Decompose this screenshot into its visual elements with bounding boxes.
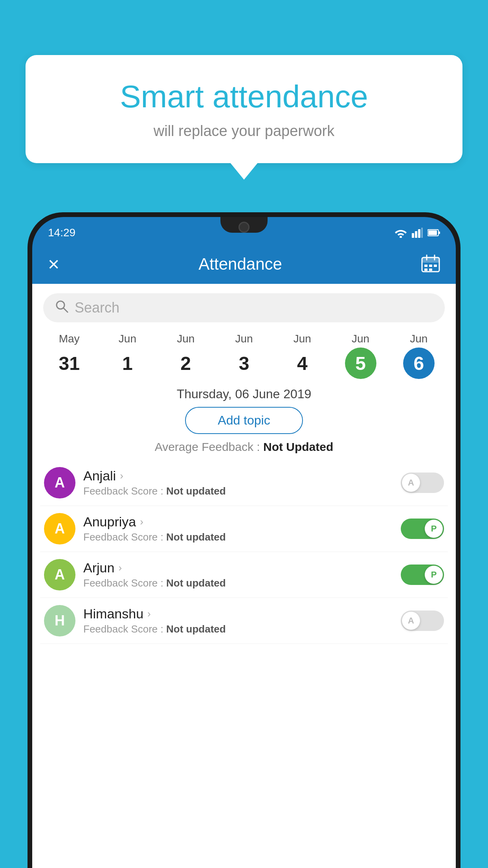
svg-rect-4 — [421, 228, 423, 238]
date-month: Jun — [294, 333, 311, 345]
student-item: AAnupriya ›Feedback Score : Not updatedP — [40, 506, 448, 552]
student-item: AArjun ›Feedback Score : Not updatedP — [40, 552, 448, 598]
toggle-knob: A — [402, 612, 420, 630]
student-feedback: Feedback Score : Not updated — [83, 485, 393, 497]
attendance-toggle[interactable]: P — [401, 565, 444, 585]
attendance-toggle[interactable]: A — [401, 473, 444, 493]
speech-bubble: Smart attendance will replace your paper… — [26, 55, 462, 163]
svg-rect-13 — [429, 265, 432, 267]
selected-date-label: Thursday, 06 June 2019 — [32, 379, 456, 407]
search-input-placeholder: Search — [75, 300, 119, 316]
avatar: A — [44, 559, 75, 590]
student-feedback: Feedback Score : Not updated — [83, 577, 393, 589]
svg-rect-1 — [412, 233, 414, 238]
toggle-knob: A — [402, 474, 420, 492]
search-bar[interactable]: Search — [43, 293, 445, 322]
svg-rect-9 — [422, 257, 439, 263]
date-item-5[interactable]: Jun5 — [345, 333, 376, 379]
toggle-knob: P — [425, 520, 443, 538]
student-info: Anupriya ›Feedback Score : Not updated — [83, 514, 393, 543]
screen-content: Search May31Jun1Jun2Jun3Jun4Jun5Jun6 Thu… — [32, 284, 456, 868]
svg-rect-2 — [415, 231, 417, 238]
student-name[interactable]: Anjali › — [83, 468, 393, 484]
svg-rect-3 — [418, 229, 420, 238]
date-number: 3 — [228, 348, 260, 379]
battery-icon — [427, 229, 440, 237]
feedback-label: Average Feedback : — [155, 440, 260, 453]
date-month: Jun — [235, 333, 253, 345]
chevron-icon: › — [147, 608, 151, 620]
date-item-3[interactable]: Jun3 — [228, 333, 260, 379]
date-month: May — [59, 333, 80, 345]
avatar: A — [44, 513, 75, 544]
calendar-icon[interactable] — [421, 254, 440, 274]
date-item-1[interactable]: Jun1 — [112, 333, 143, 379]
phone-frame: 14:29 — [28, 212, 460, 868]
status-time: 14:29 — [48, 226, 75, 239]
date-month: Jun — [410, 333, 427, 345]
date-item-2[interactable]: Jun2 — [170, 333, 202, 379]
speech-bubble-container: Smart attendance will replace your paper… — [26, 55, 462, 163]
date-number: 6 — [403, 348, 435, 379]
feedback-info: Average Feedback : Not Updated — [32, 440, 456, 454]
date-number: 2 — [170, 348, 202, 379]
avatar: A — [44, 467, 75, 498]
signal-icon — [412, 228, 423, 238]
svg-rect-7 — [438, 232, 440, 234]
svg-rect-15 — [424, 268, 427, 271]
feedback-value: Not Updated — [263, 440, 333, 453]
date-month: Jun — [119, 333, 136, 345]
svg-point-0 — [400, 236, 402, 238]
student-feedback: Feedback Score : Not updated — [83, 531, 393, 543]
status-icons — [394, 228, 440, 238]
date-number: 5 — [345, 348, 376, 379]
close-button[interactable]: × — [48, 253, 59, 276]
attendance-toggle[interactable]: P — [401, 519, 444, 539]
avatar: H — [44, 605, 75, 636]
student-info: Himanshu ›Feedback Score : Not updated — [83, 606, 393, 635]
student-name[interactable]: Himanshu › — [83, 606, 393, 622]
front-camera — [238, 222, 250, 233]
add-topic-button[interactable]: Add topic — [185, 407, 303, 434]
header-title: Attendance — [198, 255, 282, 274]
attendance-toggle[interactable]: A — [401, 611, 444, 631]
student-info: Anjali ›Feedback Score : Not updated — [83, 468, 393, 497]
date-item-31[interactable]: May31 — [53, 333, 85, 379]
chevron-icon: › — [120, 470, 123, 482]
student-list: AAnjali ›Feedback Score : Not updatedAAA… — [32, 460, 456, 644]
toggle-knob: P — [425, 566, 443, 584]
wifi-icon — [394, 228, 407, 238]
student-feedback: Feedback Score : Not updated — [83, 623, 393, 635]
svg-line-18 — [64, 308, 68, 312]
phone-inner: 14:29 — [32, 217, 456, 868]
svg-rect-14 — [434, 265, 437, 267]
date-number: 31 — [53, 348, 85, 379]
bubble-subtitle: will replace your paperwork — [57, 123, 431, 140]
svg-rect-12 — [424, 265, 427, 267]
date-item-6[interactable]: Jun6 — [403, 333, 435, 379]
svg-rect-16 — [429, 268, 432, 271]
date-selector: May31Jun1Jun2Jun3Jun4Jun5Jun6 — [32, 329, 456, 379]
student-name[interactable]: Arjun › — [83, 560, 393, 576]
chevron-icon: › — [118, 562, 122, 574]
date-number: 1 — [112, 348, 143, 379]
student-name[interactable]: Anupriya › — [83, 514, 393, 530]
app-header: × Attendance — [32, 245, 456, 284]
date-number: 4 — [286, 348, 318, 379]
bubble-title: Smart attendance — [57, 79, 431, 115]
student-item: HHimanshu ›Feedback Score : Not updatedA — [40, 598, 448, 644]
date-month: Jun — [177, 333, 194, 345]
svg-rect-6 — [428, 230, 437, 235]
student-info: Arjun ›Feedback Score : Not updated — [83, 560, 393, 589]
date-item-4[interactable]: Jun4 — [286, 333, 318, 379]
search-icon — [55, 300, 68, 316]
student-item: AAnjali ›Feedback Score : Not updatedA — [40, 460, 448, 506]
date-month: Jun — [352, 333, 369, 345]
chevron-icon: › — [140, 516, 143, 528]
